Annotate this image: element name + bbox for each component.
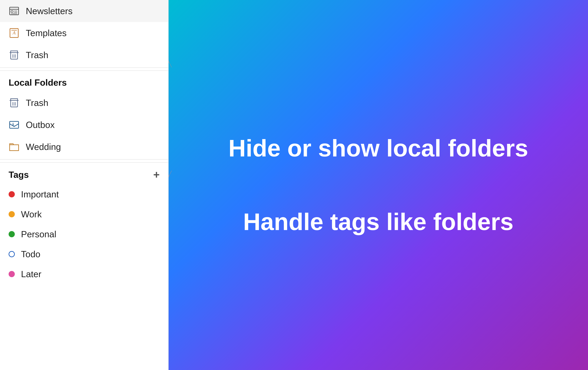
svg-line-24 bbox=[169, 62, 172, 67]
main-content: Hide or show local folders Handle tags l… bbox=[168, 0, 588, 370]
tag-personal-label: Personal bbox=[21, 229, 56, 239]
folder-icon bbox=[9, 141, 20, 152]
tag-important-label: Important bbox=[21, 189, 59, 199]
tag-item-todo[interactable]: Todo bbox=[0, 244, 168, 264]
sidebar-item-wedding[interactable]: Wedding bbox=[0, 136, 168, 158]
newsletters-label: Newsletters bbox=[26, 6, 73, 16]
tag-item-later[interactable]: Later bbox=[0, 264, 168, 284]
main-heading-2: Handle tags like folders bbox=[243, 207, 514, 236]
newsletter-icon bbox=[9, 6, 20, 17]
tags-title: Tags bbox=[9, 170, 29, 180]
divider-2 bbox=[0, 159, 168, 160]
svg-rect-2 bbox=[11, 11, 13, 12]
add-tag-button[interactable]: + bbox=[153, 169, 160, 180]
sidebar-item-trash-local[interactable]: Trash bbox=[0, 92, 168, 114]
tag-dot-todo bbox=[9, 251, 15, 257]
svg-point-27 bbox=[169, 175, 169, 177]
tag-dot-important bbox=[9, 191, 15, 197]
svg-rect-18 bbox=[11, 99, 18, 100]
svg-point-25 bbox=[169, 61, 169, 63]
trash-icon bbox=[9, 50, 20, 61]
svg-rect-12 bbox=[11, 51, 18, 53]
tag-dot-work bbox=[9, 211, 15, 217]
trash-local-label: Trash bbox=[26, 98, 48, 108]
tag-item-work[interactable]: Work bbox=[0, 204, 168, 224]
templates-icon: A bbox=[9, 28, 20, 39]
tag-item-important[interactable]: Important bbox=[0, 184, 168, 204]
sidebar-item-templates[interactable]: A Templates bbox=[0, 22, 168, 44]
local-folders-header: Local Folders bbox=[0, 71, 168, 92]
svg-text:A: A bbox=[12, 30, 16, 35]
wedding-label: Wedding bbox=[26, 142, 61, 152]
outbox-icon bbox=[9, 119, 20, 130]
tag-work-label: Work bbox=[21, 209, 42, 219]
outbox-label: Outbox bbox=[26, 120, 55, 130]
sidebar-item-trash-top[interactable]: Trash bbox=[0, 44, 168, 66]
divider-1 bbox=[0, 67, 168, 68]
content-area: Hide or show local folders Handle tags l… bbox=[201, 117, 556, 253]
sidebar: Newsletters A Templates Trash bbox=[0, 0, 168, 370]
trash-local-icon bbox=[9, 97, 20, 108]
sidebar-item-outbox[interactable]: Outbox bbox=[0, 114, 168, 136]
sidebar-item-newsletters[interactable]: Newsletters bbox=[0, 0, 168, 22]
trash-top-label: Trash bbox=[26, 50, 48, 60]
tag-todo-label: Todo bbox=[21, 249, 41, 259]
tag-item-personal[interactable]: Personal bbox=[0, 224, 168, 244]
main-heading-1: Hide or show local folders bbox=[229, 134, 528, 163]
templates-label: Templates bbox=[26, 28, 67, 38]
tag-dot-later bbox=[9, 271, 15, 277]
tag-later-label: Later bbox=[21, 269, 42, 279]
tag-dot-personal bbox=[9, 231, 15, 237]
tags-header: Tags + bbox=[0, 162, 168, 184]
local-folders-title: Local Folders bbox=[9, 77, 67, 88]
svg-line-26 bbox=[169, 171, 172, 176]
